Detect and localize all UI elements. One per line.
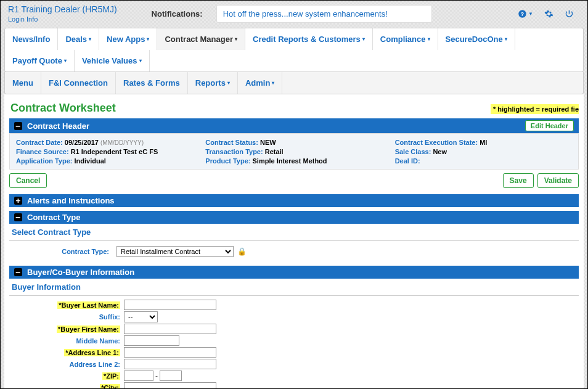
notifications-label: Notifications: <box>152 9 203 18</box>
collapse-icon[interactable]: − <box>14 213 22 221</box>
contract-header-title: Contract Header <box>27 121 89 131</box>
collapse-icon[interactable]: − <box>14 122 22 130</box>
product-type-value: Simple Interest Method <box>253 157 327 165</box>
transaction-type-value: Retail <box>265 148 284 155</box>
contract-type-title: Contract Type <box>27 213 80 222</box>
addr2-input[interactable] <box>124 359 216 369</box>
chevron-down-icon: ▾ <box>139 58 142 63</box>
addr2-label: Address Line 2: <box>69 361 120 368</box>
nav-credit-reports-customers[interactable]: Credit Reports & Customers▾ <box>245 28 373 50</box>
edit-header-button[interactable]: Edit Header <box>525 120 574 131</box>
primary-nav: News/InfoDeals▾New Apps▾Contract Manager… <box>4 28 584 72</box>
subnav-rates-forms[interactable]: Rates & Forms <box>116 72 188 94</box>
power-icon[interactable] <box>565 9 574 18</box>
chevron-down-icon: ▾ <box>227 80 230 86</box>
application-type-value: Individual <box>75 157 106 165</box>
alerts-title: Alerts and Instructions <box>27 196 115 205</box>
buyer-last-name-input[interactable] <box>124 300 216 310</box>
login-info-link[interactable]: Login Info <box>8 15 117 23</box>
chevron-down-icon: ▾ <box>89 36 91 42</box>
validate-button[interactable]: Validate <box>537 173 579 188</box>
nav-payoff-quote[interactable]: Payoff Quote▾ <box>5 50 75 72</box>
addr1-input[interactable] <box>124 347 216 358</box>
suffix-label: Suffix: <box>99 313 120 321</box>
finance-source-value: R1 Independent Test eC FS <box>71 148 158 155</box>
subnav-menu[interactable]: Menu <box>5 72 41 94</box>
lock-icon[interactable]: 🔒 <box>237 247 247 256</box>
exec-state-value: MI <box>480 139 487 146</box>
notification-banner[interactable]: Hot off the press...new system enhanceme… <box>216 5 432 23</box>
chevron-down-icon: ▾ <box>505 36 507 42</box>
contract-date-label: Contract Date: <box>16 139 63 146</box>
application-type-label: Application Type: <box>16 157 72 165</box>
city-input[interactable] <box>124 382 216 389</box>
zip4-input[interactable] <box>160 371 182 381</box>
buyer-last-name-label: *Buyer Last Name: <box>57 301 120 309</box>
chevron-down-icon: ▾ <box>362 36 365 42</box>
expand-icon[interactable]: + <box>14 197 22 205</box>
nav-securedocone[interactable]: SecureDocOne▾ <box>438 28 515 50</box>
buyer-first-name-label: *Buyer First Name: <box>57 326 120 333</box>
contract-type-bar: − Contract Type <box>9 211 579 224</box>
chevron-down-icon: ▾ <box>428 36 430 42</box>
contract-status-label: Contract Status: <box>205 139 258 146</box>
transaction-type-label: Transaction Type: <box>205 148 263 155</box>
middle-name-label: Middle Name: <box>76 337 120 345</box>
buyer-info-sub: Buyer Information <box>9 279 579 296</box>
required-hint: * highlighted = required fie <box>491 104 579 114</box>
svg-text:?: ? <box>521 10 524 17</box>
subnav-reports[interactable]: Reports▾ <box>188 72 238 94</box>
contract-date-value: 09/25/2017 <box>65 139 99 146</box>
collapse-icon[interactable]: − <box>14 268 22 276</box>
contract-date-format: (MM/DD/YYYY) <box>100 139 144 146</box>
nav-vehicle-values[interactable]: Vehicle Values▾ <box>75 50 150 72</box>
select-contract-type-sub: Select Contract Type <box>9 224 579 241</box>
zip-input[interactable] <box>124 371 153 381</box>
subnav-admin[interactable]: Admin▾ <box>238 72 282 94</box>
middle-name-input[interactable] <box>124 335 179 346</box>
contract-type-select[interactable]: Retail Installment Contract <box>116 246 234 257</box>
contract-header-bar: − Contract Header Edit Header <box>9 118 579 133</box>
sale-class-value: New <box>433 148 447 155</box>
addr1-label: *Address Line 1: <box>64 349 120 356</box>
buyer-title: Buyer/Co-Buyer Information <box>27 268 134 277</box>
gear-icon[interactable] <box>544 9 553 18</box>
save-button[interactable]: Save <box>503 173 534 188</box>
page-title: Contract Worksheet <box>10 102 116 115</box>
chevron-down-icon: ▾ <box>272 80 274 86</box>
subnav-f-i-connection[interactable]: F&I Connection <box>41 72 116 94</box>
product-type-label: Product Type: <box>205 157 250 165</box>
exec-state-label: Contract Execution State: <box>395 139 478 146</box>
buyer-first-name-input[interactable] <box>124 324 216 334</box>
city-label: *City: <box>100 384 120 390</box>
chevron-down-icon: ▾ <box>235 36 237 42</box>
deal-id-label: Deal ID: <box>395 157 420 165</box>
nav-deals[interactable]: Deals▾ <box>58 28 99 50</box>
zip-label: *ZIP: <box>102 372 120 380</box>
finance-source-label: Finance Source: <box>16 148 69 155</box>
nav-new-apps[interactable]: New Apps▾ <box>99 28 157 50</box>
alerts-bar: + Alerts and Instructions <box>9 194 579 207</box>
chevron-down-icon: ▾ <box>147 36 149 42</box>
secondary-nav: MenuF&I ConnectionRates & FormsReports▾A… <box>4 72 584 94</box>
cancel-button[interactable]: Cancel <box>9 173 47 188</box>
contract-type-label: Contract Type: <box>62 248 109 255</box>
help-icon[interactable]: ? ▼ <box>518 9 533 18</box>
suffix-select[interactable]: -- <box>124 311 158 322</box>
nav-contract-manager[interactable]: Contract Manager▾ <box>157 28 245 50</box>
buyer-bar: − Buyer/Co-Buyer Information <box>9 266 579 279</box>
dealer-name[interactable]: R1 Training Dealer (HR5MJ) <box>8 4 117 14</box>
sale-class-label: Sale Class: <box>395 148 431 155</box>
nav-compliance[interactable]: Compliance▾ <box>373 28 438 50</box>
contract-status-value: NEW <box>260 139 276 146</box>
chevron-down-icon: ▾ <box>64 58 67 63</box>
nav-news-info[interactable]: News/Info <box>5 28 58 50</box>
